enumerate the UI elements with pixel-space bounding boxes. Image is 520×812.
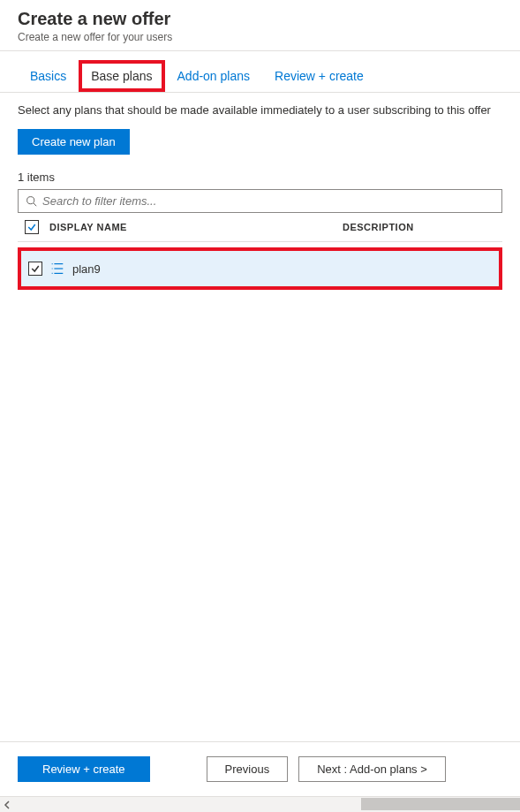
section-description: Select any plans that should be made ava…: [18, 103, 502, 117]
highlighted-row-frame: plan9: [18, 247, 502, 290]
page-header: Create a new offer Create a new offer fo…: [0, 0, 520, 51]
tab-basics[interactable]: Basics: [18, 60, 79, 92]
items-count-label: 1 items: [18, 171, 502, 184]
create-new-plan-button[interactable]: Create new plan: [18, 129, 130, 155]
scroll-thumb[interactable]: [361, 798, 520, 810]
plan-icon: [49, 261, 65, 277]
scroll-left-button[interactable]: [0, 797, 16, 813]
row-display-name: plan9: [72, 262, 101, 276]
table-header: DISPLAY NAME DESCRIPTION: [18, 213, 502, 242]
search-input[interactable]: [42, 194, 494, 208]
search-icon: [26, 195, 37, 207]
svg-point-0: [27, 197, 34, 204]
svg-line-1: [34, 203, 36, 206]
tab-review-create[interactable]: Review + create: [262, 60, 376, 92]
select-all-checkbox[interactable]: [25, 220, 39, 234]
column-header-description[interactable]: DESCRIPTION: [343, 222, 499, 232]
column-header-display-name[interactable]: DISPLAY NAME: [42, 222, 343, 232]
tab-addon-plans[interactable]: Add-on plans: [165, 60, 263, 92]
content-area: Select any plans that should be made ava…: [0, 93, 520, 741]
table-row[interactable]: plan9: [21, 251, 499, 286]
footer-actions: Review + create Previous Next : Add-on p…: [0, 741, 520, 796]
search-box[interactable]: [18, 189, 502, 213]
page-subtitle: Create a new offer for your users: [18, 31, 502, 43]
next-button[interactable]: Next : Add-on plans >: [298, 756, 446, 782]
page-title: Create a new offer: [18, 9, 502, 29]
tab-bar: Basics Base plans Add-on plans Review + …: [0, 60, 520, 93]
scroll-track[interactable]: [16, 797, 520, 813]
row-checkbox[interactable]: [28, 262, 42, 276]
review-create-button[interactable]: Review + create: [18, 756, 150, 782]
horizontal-scrollbar[interactable]: [0, 796, 520, 812]
tab-base-plans[interactable]: Base plans: [79, 60, 164, 92]
previous-button[interactable]: Previous: [207, 756, 289, 782]
